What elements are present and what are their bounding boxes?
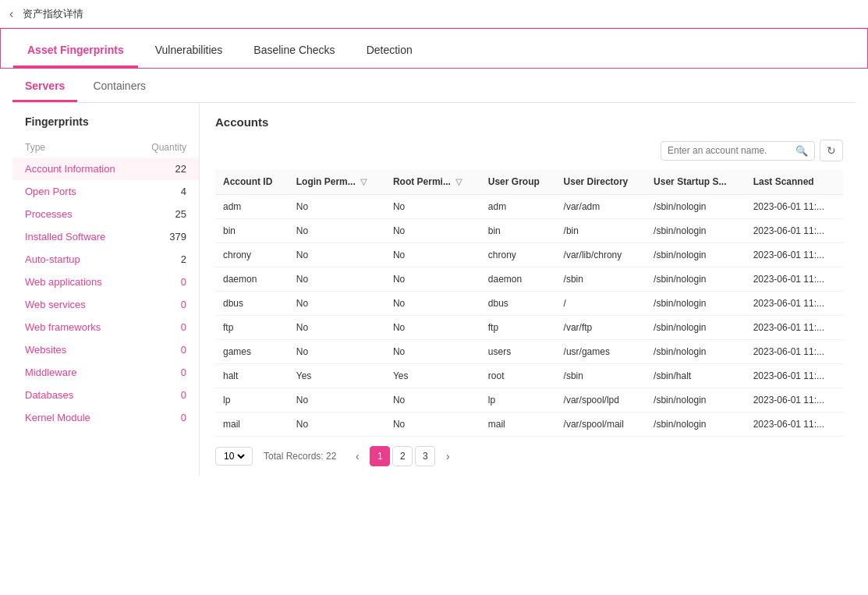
table-col-header: User Directory	[556, 169, 647, 195]
tab-baseline-checks[interactable]: Baseline Checks	[239, 33, 349, 68]
back-button[interactable]: ‹	[9, 7, 13, 21]
table-cell: /sbin/nologin	[646, 413, 746, 437]
table-cell: 2023-06-01 11:...	[746, 195, 843, 219]
search-input[interactable]	[668, 145, 792, 156]
table-col-header: Root Permi... ▽	[385, 169, 480, 195]
fp-label: Web applications	[25, 276, 102, 288]
table-cell: No	[385, 195, 480, 219]
table-cell: /sbin/nologin	[646, 267, 746, 292]
fp-count: 4	[181, 186, 186, 197]
fp-label: Websites	[25, 344, 66, 356]
fp-label: Kernel Module	[25, 412, 90, 423]
fp-row[interactable]: Processes 25	[12, 203, 199, 225]
fp-label: Databases	[25, 389, 73, 401]
table-cell: No	[385, 413, 480, 437]
table-cell: No	[289, 388, 385, 413]
fp-row[interactable]: Web services 0	[12, 293, 199, 316]
fp-row[interactable]: Open Ports 4	[12, 180, 199, 203]
fp-row[interactable]: Installed Software 379	[12, 225, 199, 248]
tab-detection[interactable]: Detection	[353, 33, 427, 68]
table-col-header: Login Perm... ▽	[289, 169, 385, 195]
table-cell: /bin	[556, 219, 647, 243]
table-cell: No	[289, 413, 385, 437]
fp-row[interactable]: Middleware 0	[12, 361, 199, 384]
table-cell: /sbin/nologin	[646, 340, 746, 364]
page-1-button[interactable]: 1	[370, 446, 390, 466]
table-cell: /sbin	[556, 364, 647, 388]
table-cell: /var/spool/lpd	[556, 388, 647, 413]
table-cell: 2023-06-01 11:...	[746, 219, 843, 243]
filter-icon[interactable]: ▽	[360, 177, 367, 186]
table-cell: 2023-06-01 11:...	[746, 364, 843, 388]
fp-row[interactable]: Kernel Module 0	[12, 406, 199, 429]
accounts-panel: Accounts 🔍 ↻ Account IDLogin Perm... ▽Ro…	[200, 103, 856, 476]
table-cell: users	[480, 340, 556, 364]
tab-vulnerabilities[interactable]: Vulnerabilities	[141, 33, 237, 68]
table-cell: daemon	[215, 267, 289, 292]
fp-count: 379	[169, 231, 186, 243]
fp-rows-container: Account Information 22 Open Ports 4 Proc…	[12, 158, 199, 429]
table-col-header: Account ID	[215, 169, 289, 195]
page-2-button[interactable]: 2	[392, 446, 413, 466]
table-row: haltYesYesroot/sbin/sbin/halt2023-06-01 …	[215, 364, 843, 388]
table-col-header: Last Scanned	[746, 169, 843, 195]
fingerprints-panel: Fingerprints Type Quantity Account Infor…	[12, 103, 200, 476]
table-cell: /var/spool/mail	[556, 413, 647, 437]
page-size-dropdown[interactable]: 10 20 50	[221, 450, 247, 462]
table-cell: bin	[480, 219, 556, 243]
table-row: gamesNoNousers/usr/games/sbin/nologin202…	[215, 340, 843, 364]
sub-tab-servers[interactable]: Servers	[12, 70, 77, 102]
sub-tab-bar: Servers Containers	[12, 69, 856, 103]
prev-page-button[interactable]: ‹	[347, 446, 367, 466]
table-cell: 2023-06-01 11:...	[746, 388, 843, 413]
table-row: lpNoNolp/var/spool/lpd/sbin/nologin2023-…	[215, 388, 843, 413]
fp-row[interactable]: Account Information 22	[12, 158, 199, 180]
fp-count: 0	[181, 367, 186, 378]
table-cell: No	[385, 316, 480, 340]
fp-row[interactable]: Auto-startup 2	[12, 248, 199, 271]
table-cell: /sbin/nologin	[646, 292, 746, 316]
sub-tab-containers[interactable]: Containers	[80, 70, 158, 102]
fp-quantity-header: Quantity	[151, 142, 186, 153]
table-cell: No	[289, 243, 385, 267]
table-cell: ftp	[215, 316, 289, 340]
fp-row[interactable]: Databases 0	[12, 384, 199, 406]
table-cell: /var/ftp	[556, 316, 647, 340]
fp-row[interactable]: Web frameworks 0	[12, 316, 199, 338]
tab-asset-fingerprints[interactable]: Asset Fingerprints	[13, 33, 138, 68]
next-page-button[interactable]: ›	[438, 446, 458, 466]
table-body: admNoNoadm/var/adm/sbin/nologin2023-06-0…	[215, 195, 843, 437]
page-3-button[interactable]: 3	[415, 446, 435, 466]
table-cell: ftp	[480, 316, 556, 340]
table-cell: No	[289, 340, 385, 364]
table-row: admNoNoadm/var/adm/sbin/nologin2023-06-0…	[215, 195, 843, 219]
table-cell: chrony	[215, 243, 289, 267]
fp-row[interactable]: Web applications 0	[12, 271, 199, 293]
fp-count: 25	[175, 208, 186, 220]
table-cell: bin	[215, 219, 289, 243]
table-cell: 2023-06-01 11:...	[746, 413, 843, 437]
fp-row[interactable]: Websites 0	[12, 338, 199, 361]
table-row: dbusNoNodbus//sbin/nologin2023-06-01 11:…	[215, 292, 843, 316]
table-col-header: User Startup S...	[646, 169, 746, 195]
top-bar: ‹ 资产指纹详情	[0, 0, 868, 28]
table-cell: root	[480, 364, 556, 388]
table-cell: 2023-06-01 11:...	[746, 243, 843, 267]
table-cell: No	[385, 292, 480, 316]
accounts-toolbar: 🔍 ↻	[215, 140, 843, 161]
refresh-button[interactable]: ↻	[820, 140, 843, 161]
fp-count: 0	[181, 412, 186, 423]
table-cell: /sbin/nologin	[646, 388, 746, 413]
filter-icon[interactable]: ▽	[455, 177, 462, 186]
table-cell: /sbin/nologin	[646, 219, 746, 243]
table-row: chronyNoNochrony/var/lib/chrony/sbin/nol…	[215, 243, 843, 267]
table-cell: lp	[215, 388, 289, 413]
table-header-row: Account IDLogin Perm... ▽Root Permi... ▽…	[215, 169, 843, 195]
table-cell: No	[385, 219, 480, 243]
page-size-select[interactable]: 10 20 50	[215, 447, 253, 466]
main-tab-bar: Asset Fingerprints Vulnerabilities Basel…	[0, 28, 868, 69]
page-nav: ‹ 1 2 3 ›	[347, 446, 458, 466]
main-panel: Fingerprints Type Quantity Account Infor…	[12, 103, 856, 476]
table-cell: games	[215, 340, 289, 364]
table-cell: No	[385, 267, 480, 292]
